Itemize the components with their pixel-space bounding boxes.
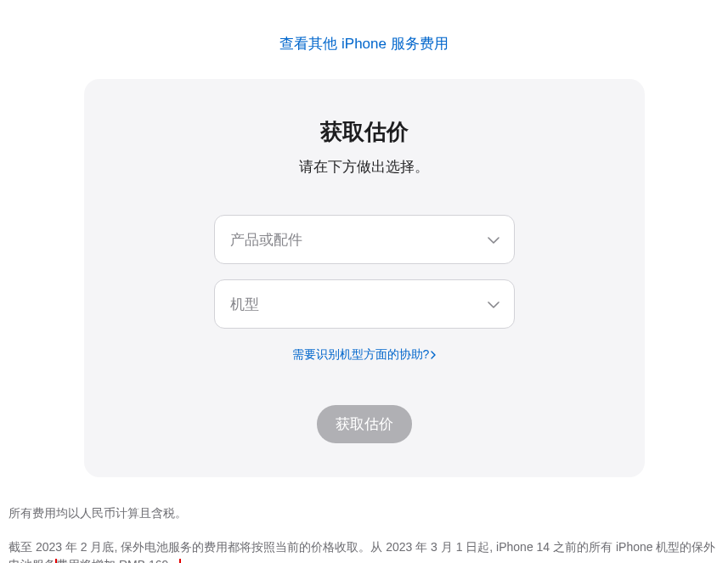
- identify-model-help-link[interactable]: 需要识别机型方面的协助?: [292, 347, 437, 363]
- footer-line-2: 截至 2023 年 2 月底, 保外电池服务的费用都将按照当前的价格收取。从 2…: [8, 538, 720, 563]
- chevron-right-icon: [431, 348, 436, 362]
- card-title: 获取估价: [118, 117, 611, 147]
- card-subtitle: 请在下方做出选择。: [118, 157, 611, 177]
- footer-line-1: 所有费用均以人民币计算且含税。: [8, 504, 720, 523]
- help-link-label: 需要识别机型方面的协助?: [292, 347, 430, 363]
- product-select-placeholder: 产品或配件: [230, 230, 302, 250]
- model-select-placeholder: 机型: [230, 295, 259, 314]
- footer-text: 所有费用均以人民币计算且含税。 截至 2023 年 2 月底, 保外电池服务的费…: [0, 477, 728, 563]
- model-select[interactable]: 机型: [214, 279, 515, 329]
- footer-highlight: 费用将增加 RMB 169。: [56, 558, 180, 563]
- estimate-card: 获取估价 请在下方做出选择。 产品或配件 机型 需要识别机型方面的协助? 获取估…: [84, 79, 645, 477]
- get-estimate-button[interactable]: 获取估价: [317, 405, 412, 443]
- product-select[interactable]: 产品或配件: [214, 215, 515, 264]
- other-iphone-services-link[interactable]: 查看其他 iPhone 服务费用: [279, 36, 448, 52]
